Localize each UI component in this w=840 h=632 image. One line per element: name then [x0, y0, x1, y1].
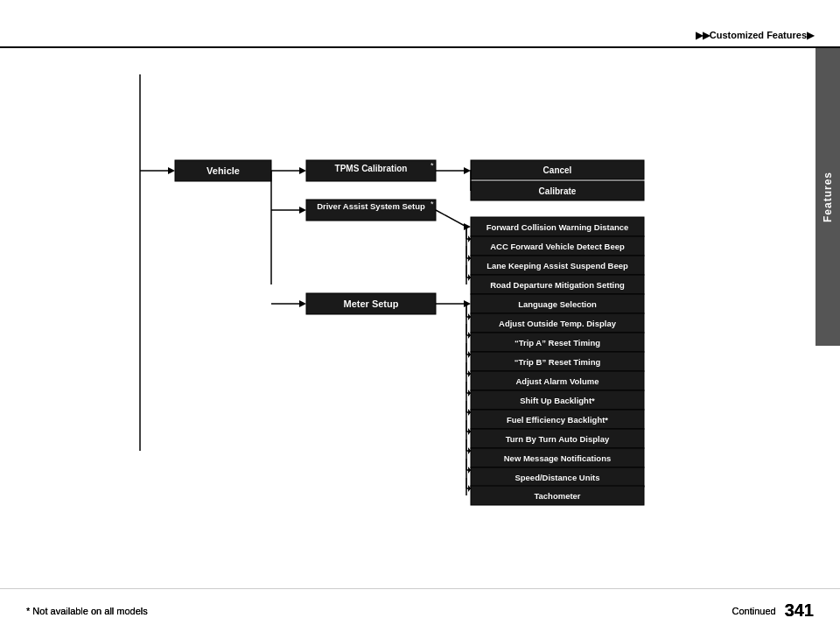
- trip-b-label: “Trip B” Reset Timing: [514, 357, 601, 367]
- svg-line-16: [436, 210, 466, 227]
- language-selection-label: Language Selection: [518, 299, 597, 309]
- svg-marker-33: [299, 300, 306, 307]
- svg-marker-8: [464, 167, 471, 174]
- svg-marker-5: [299, 167, 306, 174]
- page-number-text: 341: [785, 600, 814, 621]
- calibrate-label: Calibrate: [539, 186, 577, 196]
- tachometer-label: Tachometer: [534, 491, 580, 501]
- adjust-outside-temp-label: Adjust Outside Temp. Display: [499, 319, 617, 328]
- cancel-label: Cancel: [543, 165, 572, 175]
- header: ▶▶Customized Features▶: [0, 0, 840, 48]
- svg-marker-36: [464, 300, 471, 307]
- svg-marker-17: [464, 223, 471, 230]
- speed-distance-label: Speed/Distance Units: [514, 473, 599, 482]
- footer-right-content: Continued 341: [732, 600, 814, 621]
- shift-up-backlight-label: Shift Up Backlight*: [520, 396, 595, 405]
- meter-setup-label: Meter Setup: [344, 298, 399, 309]
- continued-text: Continued: [732, 606, 775, 616]
- turn-by-turn-label: Turn By Turn Auto Display: [506, 434, 610, 444]
- diagram-svg: Vehicle TPMS Calibration * Cancel Calibr…: [0, 48, 816, 588]
- svg-marker-2: [168, 167, 175, 174]
- trip-a-label: “Trip A” Reset Timing: [514, 338, 600, 348]
- svg-marker-13: [299, 207, 306, 214]
- lane-keeping-label: Lane Keeping Assist Suspend Beep: [486, 261, 628, 270]
- header-title: ▶▶Customized Features▶: [696, 30, 814, 41]
- driver-assist-label: Driver Assist System Setup: [317, 201, 425, 211]
- adjust-alarm-label: Adjust Alarm Volume: [515, 376, 598, 386]
- tpms-asterisk: *: [430, 161, 434, 170]
- side-tab: Features: [816, 48, 840, 346]
- tpms-label: TPMS Calibration: [335, 164, 408, 173]
- road-departure-label: Road Departure Mitigation Setting: [490, 280, 625, 290]
- fuel-efficiency-label: Fuel Efficiency Backlight*: [507, 415, 608, 425]
- driver-assist-asterisk: *: [430, 200, 434, 208]
- footnote-text: * Not available on all models: [26, 606, 148, 616]
- vehicle-box-label: Vehicle: [206, 165, 240, 176]
- acc-label: ACC Forward Vehicle Detect Beep: [490, 242, 625, 251]
- footer: * Not available on all models Continued …: [0, 588, 840, 632]
- header-arrows: ▶▶: [696, 30, 710, 40]
- header-suffix: ▶: [807, 30, 814, 40]
- new-message-label: New Message Notifications: [504, 453, 611, 463]
- fcw-label: Forward Collision Warning Distance: [486, 222, 629, 232]
- side-tab-label: Features: [822, 172, 834, 222]
